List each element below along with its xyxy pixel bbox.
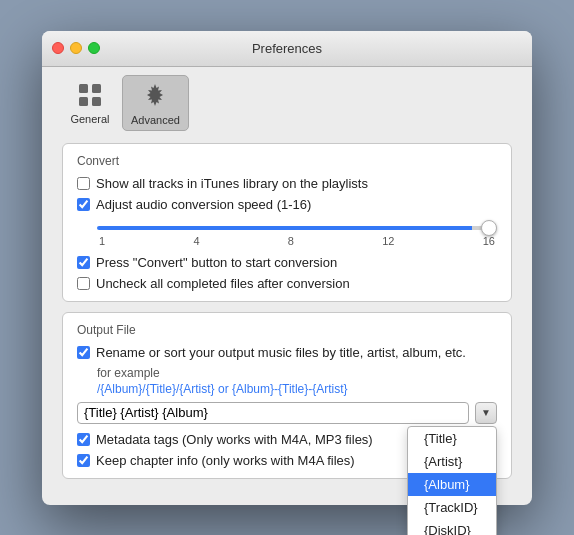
slider-label-16: 16 [483, 235, 495, 247]
metadata-checkbox[interactable] [77, 433, 90, 446]
press-convert-row: Press "Convert" button to start conversi… [77, 255, 497, 270]
speed-slider-container: 1 4 8 12 16 [97, 218, 497, 247]
rename-checkbox[interactable] [77, 346, 90, 359]
dropdown-button[interactable]: ▼ [475, 402, 497, 424]
show-tracks-row: Show all tracks in iTunes library on the… [77, 176, 497, 191]
chapter-checkbox[interactable] [77, 454, 90, 467]
example-text: for example [97, 366, 497, 380]
adjust-speed-row: Adjust audio conversion speed (1-16) [77, 197, 497, 212]
dropdown-item-trackid[interactable]: {TrackID} [408, 496, 496, 519]
slider-label-4: 4 [193, 235, 199, 247]
convert-section: Convert Show all tracks in iTunes librar… [62, 143, 512, 302]
dropdown-item-artist[interactable]: {Artist} [408, 450, 496, 473]
uncheck-completed-checkbox[interactable] [77, 277, 90, 290]
traffic-lights [52, 42, 100, 54]
window-title: Preferences [252, 41, 322, 56]
slider-labels: 1 4 8 12 16 [97, 235, 497, 247]
svg-rect-3 [92, 97, 101, 106]
content-area: Convert Show all tracks in iTunes librar… [42, 131, 532, 505]
maximize-button[interactable] [88, 42, 100, 54]
dropdown-arrow-icon: ▼ [481, 407, 491, 418]
dropdown-item-title[interactable]: {Title} [408, 427, 496, 450]
general-tab-label: General [70, 113, 109, 125]
slider-label-12: 12 [382, 235, 394, 247]
output-section-title: Output File [77, 323, 497, 337]
format-input-row: ▼ {Title} {Artist} {Album} {TrackID} {Di… [77, 402, 497, 424]
chapter-label: Keep chapter info (only works with M4A f… [96, 453, 355, 468]
advanced-icon [139, 80, 171, 112]
format-input[interactable] [77, 402, 469, 424]
press-convert-label: Press "Convert" button to start conversi… [96, 255, 337, 270]
close-button[interactable] [52, 42, 64, 54]
svg-rect-1 [92, 84, 101, 93]
rename-row: Rename or sort your output music files b… [77, 345, 497, 360]
titlebar: Preferences [42, 31, 532, 67]
dropdown-menu: {Title} {Artist} {Album} {TrackID} {Disk… [407, 426, 497, 536]
slider-label-1: 1 [99, 235, 105, 247]
advanced-tab-label: Advanced [131, 114, 180, 126]
example-format: /{Album}/{Title}/{Artist} or {Album}-{Ti… [97, 382, 497, 396]
output-file-section: Output File Rename or sort your output m… [62, 312, 512, 479]
adjust-speed-label: Adjust audio conversion speed (1-16) [96, 197, 311, 212]
metadata-label: Metadata tags (Only works with M4A, MP3 … [96, 432, 373, 447]
convert-section-title: Convert [77, 154, 497, 168]
toolbar: General Advanced [42, 67, 532, 131]
general-icon [74, 79, 106, 111]
speed-slider[interactable] [97, 226, 497, 230]
uncheck-completed-row: Uncheck all completed files after conver… [77, 276, 497, 291]
minimize-button[interactable] [70, 42, 82, 54]
show-tracks-checkbox[interactable] [77, 177, 90, 190]
rename-label: Rename or sort your output music files b… [96, 345, 466, 360]
uncheck-completed-label: Uncheck all completed files after conver… [96, 276, 350, 291]
slider-label-8: 8 [288, 235, 294, 247]
preferences-window: Preferences General Advanced [42, 31, 532, 505]
show-tracks-label: Show all tracks in iTunes library on the… [96, 176, 368, 191]
press-convert-checkbox[interactable] [77, 256, 90, 269]
svg-rect-2 [79, 97, 88, 106]
dropdown-item-album[interactable]: {Album} [408, 473, 496, 496]
dropdown-item-diskid[interactable]: {DiskID} [408, 519, 496, 536]
advanced-tab[interactable]: Advanced [122, 75, 189, 131]
general-tab[interactable]: General [62, 75, 118, 131]
svg-rect-0 [79, 84, 88, 93]
adjust-speed-checkbox[interactable] [77, 198, 90, 211]
